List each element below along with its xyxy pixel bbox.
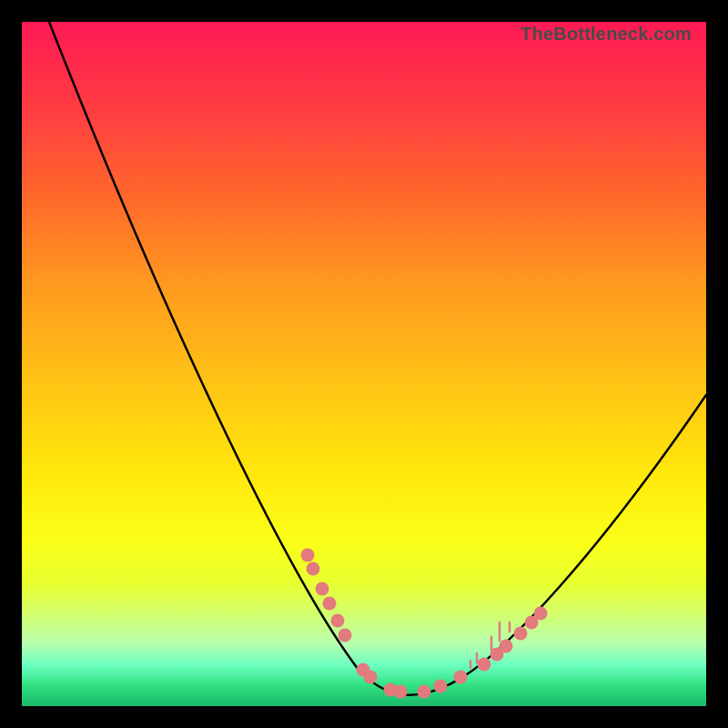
sample-dot [478, 658, 491, 672]
bottleneck-curve [49, 22, 706, 695]
sample-dot [307, 562, 320, 576]
sample-dot [364, 671, 378, 684]
sample-dot [500, 640, 513, 653]
sample-dot [323, 597, 337, 611]
sample-dot [434, 680, 448, 693]
sample-dot [454, 671, 468, 684]
sample-dot [301, 549, 315, 562]
sample-dot [331, 614, 345, 628]
sample-dot [514, 627, 528, 641]
sample-dot [418, 685, 431, 699]
bottleneck-curve-svg [22, 22, 706, 706]
sample-dot [394, 685, 408, 699]
plot-area: TheBottleneck.com [22, 22, 706, 706]
chart-frame: TheBottleneck.com [9, 9, 719, 719]
sample-dot [339, 629, 352, 642]
sample-dot [316, 582, 329, 596]
sample-dot [534, 607, 548, 621]
